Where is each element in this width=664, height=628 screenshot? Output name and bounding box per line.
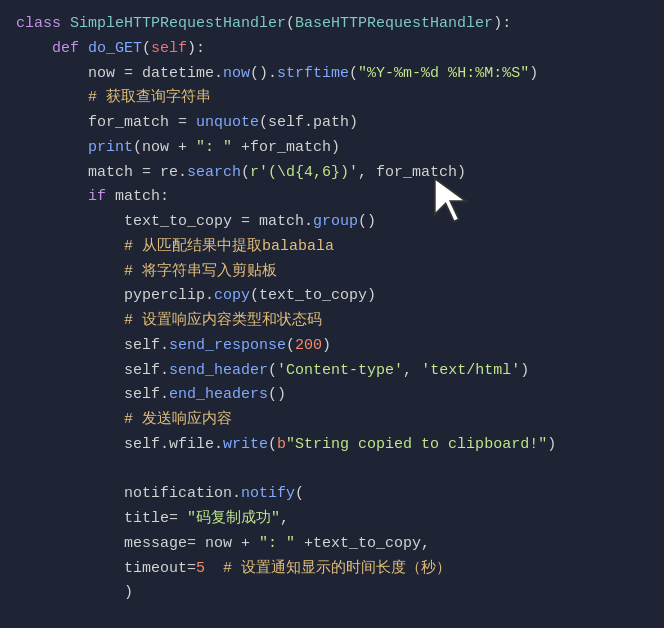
code-line-8: if match: — [16, 185, 648, 210]
code-line-20: notification.notify( — [16, 482, 648, 507]
code-line-5: for_match = unquote(self.path) — [16, 111, 648, 136]
code-line-1: class SimpleHTTPRequestHandler(BaseHTTPR… — [16, 12, 648, 37]
code-line-13: # 设置响应内容类型和状态码 — [16, 309, 648, 334]
code-line-19 — [16, 458, 648, 483]
code-line-21: title= "码复制成功", — [16, 507, 648, 532]
code-line-22: message= now + ": " +text_to_copy, — [16, 532, 648, 557]
code-line-15: self.send_header('Content-type', 'text/h… — [16, 359, 648, 384]
code-line-18: self.wfile.write(b"String copied to clip… — [16, 433, 648, 458]
code-line-10: # 从匹配结果中提取balabala — [16, 235, 648, 260]
code-line-4: # 获取查询字符串 — [16, 86, 648, 111]
code-line-9: text_to_copy = match.group() — [16, 210, 648, 235]
code-line-17: # 发送响应内容 — [16, 408, 648, 433]
code-line-6: print(now + ": " +for_match) — [16, 136, 648, 161]
code-line-23: timeout=5 # 设置通知显示的时间长度（秒） — [16, 557, 648, 582]
code-line-7: match = re.search(r'(\d{4,6})', for_matc… — [16, 161, 648, 186]
code-line-12: pyperclip.copy(text_to_copy) — [16, 284, 648, 309]
code-line-24: ) — [16, 581, 648, 606]
code-line-3: now = datetime.now().strftime("%Y-%m-%d … — [16, 62, 648, 87]
code-line-16: self.end_headers() — [16, 383, 648, 408]
code-line-2: def do_GET(self): — [16, 37, 648, 62]
code-line-14: self.send_response(200) — [16, 334, 648, 359]
code-editor: class SimpleHTTPRequestHandler(BaseHTTPR… — [0, 0, 664, 618]
code-line-11: # 将字符串写入剪贴板 — [16, 260, 648, 285]
